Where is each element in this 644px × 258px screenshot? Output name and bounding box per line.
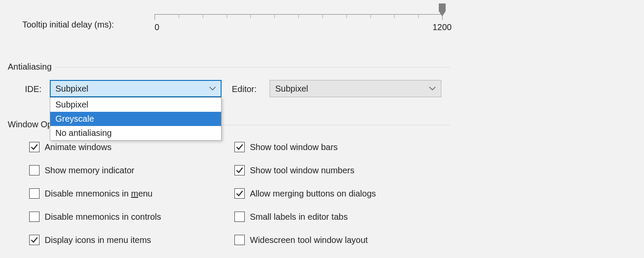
checkbox-row[interactable]: Widescreen tool window layout (234, 235, 368, 245)
tooltip-delay-label: Tooltip initial delay (ms): (22, 20, 114, 30)
checkbox[interactable] (29, 235, 39, 245)
slider-tick (298, 15, 299, 18)
slider-tick (203, 15, 203, 18)
checkbox-row[interactable]: Small labels in editor tabs (234, 212, 348, 222)
slider-tick (418, 15, 419, 18)
tooltip-delay-slider[interactable]: 0 1200 (155, 13, 442, 34)
checkbox-label: Show tool window bars (250, 142, 338, 152)
slider-tick (371, 15, 371, 18)
checkbox-label: Show tool window numbers (250, 166, 354, 175)
dropdown-option[interactable]: Subpixel (50, 98, 221, 112)
chevron-down-icon (429, 86, 436, 91)
checkbox[interactable] (234, 212, 245, 222)
slider-thumb[interactable] (438, 3, 446, 16)
slider-max-label: 1200 (433, 22, 452, 32)
checkbox[interactable] (234, 165, 245, 175)
checkbox[interactable] (29, 212, 39, 222)
checkbox-label: Allow merging buttons on dialogs (250, 189, 376, 199)
antialiasing-group-label: Antialiasing (8, 62, 52, 72)
checkbox-row[interactable]: Show tool window numbers (234, 165, 354, 175)
chevron-down-icon (209, 86, 216, 91)
slider-labels: 0 1200 (155, 22, 442, 34)
checkbox-row[interactable]: Disable mnemonics in menu (29, 188, 152, 199)
checkbox[interactable] (234, 235, 245, 245)
checkbox[interactable] (29, 142, 39, 152)
checkbox-label: Show memory indicator (45, 166, 134, 175)
checkbox-label: Widescreen tool window layout (250, 235, 368, 245)
checkbox-label: Animate windows (45, 142, 112, 152)
ide-antialiasing-value: Subpixel (55, 84, 209, 94)
checkbox-row[interactable]: Allow merging buttons on dialogs (234, 188, 376, 199)
editor-antialiasing-combo[interactable]: Subpixel (270, 80, 441, 97)
slider-tick (322, 15, 323, 18)
ide-antialiasing-dropdown[interactable]: SubpixelGreyscaleNo antialiasing (50, 97, 222, 141)
checkbox-row[interactable]: Show memory indicator (29, 165, 134, 175)
checkbox-label: Disable mnemonics in menu (45, 189, 152, 199)
slider-min-label: 0 (155, 22, 159, 32)
checkbox-row[interactable]: Display icons in menu items (29, 235, 151, 245)
checkbox-row[interactable]: Disable mnemonics in controls (29, 212, 161, 222)
checkbox-label: Disable mnemonics in controls (45, 212, 161, 222)
slider-tick (274, 15, 275, 18)
slider-tick (250, 15, 251, 18)
editor-antialiasing-value: Subpixel (275, 84, 429, 94)
checkbox-label: Small labels in editor tabs (250, 212, 348, 222)
checkbox[interactable] (29, 165, 39, 175)
checkbox-label: Display icons in menu items (45, 235, 151, 245)
ide-antialiasing-combo[interactable]: Subpixel (50, 80, 222, 97)
slider-tick (227, 15, 227, 18)
checkbox-row[interactable]: Show tool window bars (234, 142, 338, 152)
dropdown-option[interactable]: No antialiasing (50, 126, 221, 140)
editor-antialiasing-label: Editor: (232, 84, 257, 94)
checkbox-row[interactable]: Animate windows (29, 142, 112, 152)
checkbox[interactable] (234, 142, 245, 152)
settings-pane: Tooltip initial delay (ms): 0 1200 Antia… (0, 0, 644, 258)
slider-tick (346, 15, 347, 18)
checkbox[interactable] (234, 188, 245, 199)
slider-tick (394, 15, 395, 18)
slider-tick (155, 15, 155, 20)
slider-tick (179, 15, 179, 18)
ide-antialiasing-label: IDE: (25, 84, 42, 94)
dropdown-option[interactable]: Greyscale (50, 112, 221, 126)
checkbox[interactable] (29, 188, 39, 199)
antialiasing-group-rule (55, 67, 450, 68)
slider-track (155, 13, 442, 15)
